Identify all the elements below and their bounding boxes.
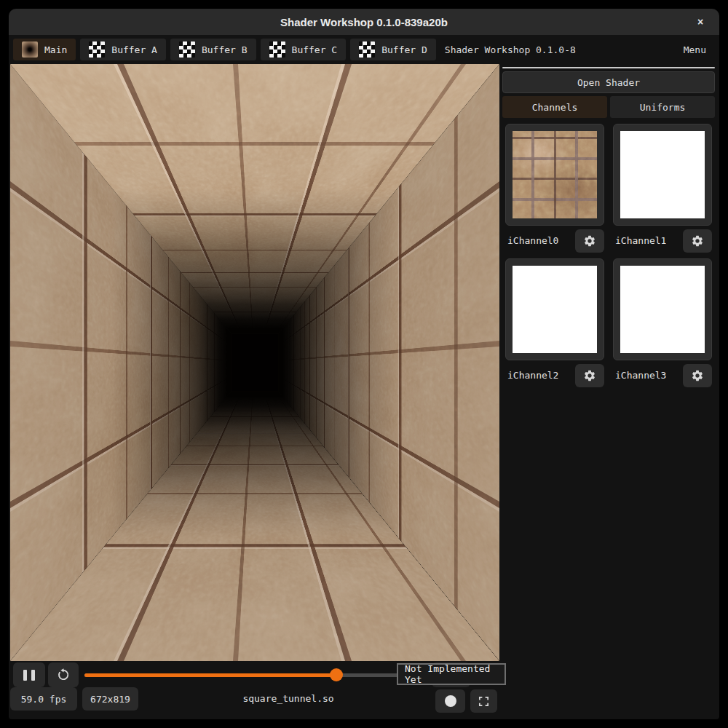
channel2-slot[interactable] bbox=[505, 258, 604, 360]
tunnel-thumbnail-icon bbox=[22, 41, 38, 58]
channels-grid: iChannel0 iChannel1 iChannel2 bbox=[505, 124, 712, 393]
buffer-tab-bar: Main Buffer A Buffer B Buffer C Buffer D… bbox=[9, 35, 719, 64]
resolution-badge: 672x819 bbox=[82, 687, 138, 711]
depth-fog bbox=[10, 64, 232, 661]
panel-divider bbox=[502, 67, 715, 68]
tunnel-wall-floor bbox=[10, 391, 499, 661]
tab-channels[interactable]: Channels bbox=[502, 96, 607, 118]
channel1-settings-button[interactable] bbox=[683, 229, 712, 253]
gear-icon bbox=[691, 369, 704, 382]
shader-viewport[interactable] bbox=[10, 64, 499, 661]
tooltip: Not Implemented Yet bbox=[397, 663, 506, 685]
channel1-slot[interactable] bbox=[613, 124, 712, 226]
checkerboard-icon bbox=[359, 41, 375, 58]
depth-fog bbox=[278, 64, 499, 661]
channel3-label-row: iChannel3 bbox=[613, 360, 712, 393]
channel2-label-row: iChannel2 bbox=[505, 360, 604, 393]
gear-icon bbox=[583, 234, 596, 248]
checkerboard-icon bbox=[179, 41, 195, 58]
tab-buffer-b[interactable]: Buffer B bbox=[170, 39, 256, 60]
channel0-label-row: iChannel0 bbox=[505, 226, 604, 258]
channel3-settings-button[interactable] bbox=[683, 364, 712, 387]
channel2-label: iChannel2 bbox=[505, 364, 558, 381]
tab-label: Main bbox=[44, 44, 67, 55]
fps-badge: 59.0 fps bbox=[10, 687, 77, 711]
app-window: Shader Workshop 0.1.0-839a20b × Main Buf… bbox=[9, 9, 719, 719]
reset-time-button[interactable] bbox=[48, 662, 79, 687]
record-icon bbox=[445, 695, 456, 707]
record-button[interactable] bbox=[435, 689, 465, 713]
channel0-thumbnail-stone-texture bbox=[513, 131, 597, 218]
time-slider-fill bbox=[84, 673, 336, 677]
fullscreen-icon bbox=[478, 695, 490, 708]
depth-fog bbox=[10, 64, 499, 334]
channel1-thumbnail-blank bbox=[620, 131, 705, 218]
time-slider-track[interactable] bbox=[84, 673, 430, 677]
tab-buffer-c[interactable]: Buffer C bbox=[261, 39, 347, 60]
gear-icon bbox=[583, 369, 596, 382]
channel1-label: iChannel1 bbox=[613, 229, 666, 246]
tab-label: Buffer C bbox=[292, 44, 338, 55]
reset-icon bbox=[56, 668, 71, 682]
channel0-settings-button[interactable] bbox=[575, 229, 604, 253]
tab-buffer-a[interactable]: Buffer A bbox=[80, 39, 166, 60]
title-bar: Shader Workshop 0.1.0-839a20b × bbox=[9, 9, 719, 35]
window-title: Shader Workshop 0.1.0-839a20b bbox=[280, 16, 448, 28]
fullscreen-button[interactable] bbox=[470, 689, 497, 713]
shader-filename: square_tunnel.so bbox=[242, 693, 333, 704]
tab-buffer-d[interactable]: Buffer D bbox=[350, 39, 436, 60]
channel0-label: iChannel0 bbox=[505, 229, 558, 246]
pause-button[interactable] bbox=[13, 662, 45, 687]
channel1-label-row: iChannel1 bbox=[613, 226, 712, 258]
tab-uniforms[interactable]: Uniforms bbox=[610, 96, 715, 118]
pause-icon bbox=[23, 670, 27, 681]
time-slider-handle[interactable] bbox=[330, 668, 343, 681]
checkerboard-icon bbox=[269, 41, 285, 58]
time-slider[interactable] bbox=[84, 662, 430, 687]
tab-label: Buffer A bbox=[111, 44, 157, 55]
tab-label: Buffer B bbox=[202, 44, 248, 55]
close-icon[interactable]: × bbox=[692, 14, 709, 30]
tunnel-end-cap bbox=[232, 334, 279, 392]
tab-main[interactable]: Main bbox=[13, 39, 76, 60]
checkerboard-icon bbox=[89, 41, 105, 58]
open-shader-button[interactable]: Open Shader bbox=[502, 71, 715, 93]
channel0-slot[interactable] bbox=[505, 124, 604, 226]
channel3-slot[interactable] bbox=[613, 258, 712, 360]
gear-icon bbox=[691, 234, 704, 248]
channel2-thumbnail-blank bbox=[513, 266, 597, 353]
depth-fog bbox=[10, 391, 499, 661]
tunnel-wall-right bbox=[278, 64, 499, 661]
tunnel-scene bbox=[10, 64, 499, 661]
channel3-label: iChannel3 bbox=[613, 364, 666, 381]
tunnel-wall-ceiling bbox=[10, 64, 499, 334]
tunnel-wall-left bbox=[10, 64, 232, 661]
menu-button[interactable]: Menu bbox=[684, 44, 706, 55]
channel3-thumbnail-blank bbox=[620, 266, 705, 353]
tab-label: Buffer D bbox=[381, 44, 427, 55]
app-version-text: Shader Workshop 0.1.0-8 bbox=[445, 44, 576, 55]
channel2-settings-button[interactable] bbox=[575, 364, 604, 387]
